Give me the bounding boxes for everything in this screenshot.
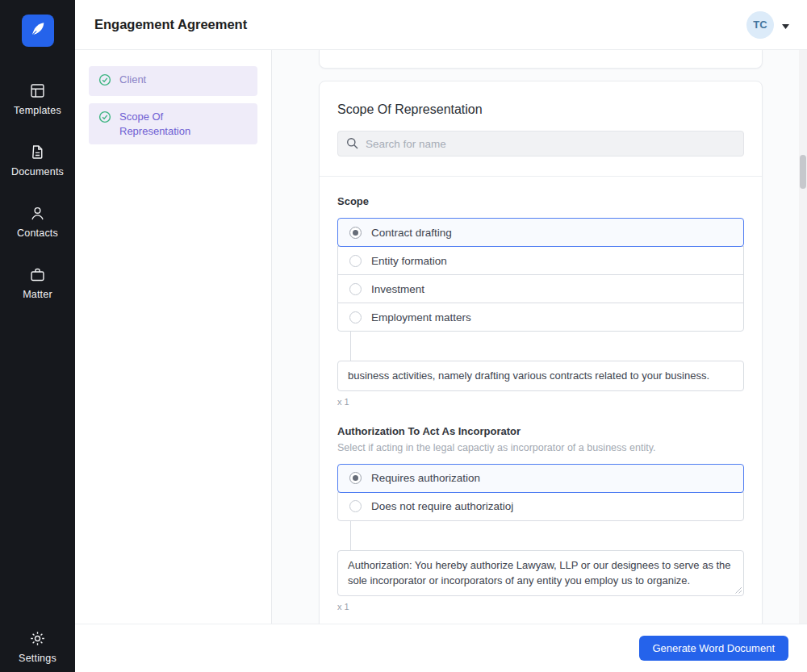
authorization-field-label: Authorization To Act As Incorporator <box>337 425 744 437</box>
sidebar-item-templates[interactable]: Templates <box>0 82 75 116</box>
authorization-help-text: Select if acting in the legal capactiy a… <box>337 442 744 453</box>
sidebar-item-label: Contacts <box>17 227 58 239</box>
radio-option-label: Requires authorization <box>371 472 480 484</box>
radio-option-requires-authorization[interactable]: Requires authorization <box>337 464 744 493</box>
sidebar-item-documents[interactable]: Documents <box>0 144 75 177</box>
generate-word-document-button[interactable]: Generate Word Document <box>639 636 789 661</box>
radio-option-employment-matters[interactable]: Employment matters <box>337 303 744 332</box>
user-menu[interactable]: TC <box>746 11 789 39</box>
settings-gear-icon <box>29 630 46 647</box>
radio-option-label: Investment <box>371 283 424 295</box>
step-client[interactable]: Client <box>89 66 257 96</box>
sidebar-item-settings[interactable]: Settings <box>0 630 75 664</box>
step-label: Scope Of Representation <box>119 110 208 138</box>
divider <box>320 176 762 177</box>
radio-option-contract-drafting[interactable]: Contract drafting <box>337 218 744 247</box>
radio-option-label: Does not require authorizatioj <box>371 500 513 512</box>
footer-bar: Generate Word Document <box>75 624 807 672</box>
step-scope-of-representation[interactable]: Scope Of Representation <box>89 103 257 144</box>
steps-panel: Client Scope Of Representation <box>75 50 272 624</box>
connector-line <box>350 521 351 550</box>
sidebar-item-matter[interactable]: Matter <box>0 266 75 300</box>
documents-icon <box>29 144 46 161</box>
authorization-radio-group: Requires authorization Does not require … <box>337 464 744 521</box>
scrollbar-thumb[interactable] <box>800 155 806 189</box>
radio-icon[interactable] <box>349 255 362 267</box>
radio-option-entity-formation[interactable]: Entity formation <box>337 246 744 275</box>
radio-option-label: Contract drafting <box>371 227 452 239</box>
radio-option-investment[interactable]: Investment <box>337 274 744 303</box>
search-field <box>337 131 744 157</box>
search-icon <box>346 137 358 152</box>
scope-field-label: Scope <box>337 195 744 207</box>
main-content: Scope Of Representation Scope Contract d… <box>272 50 807 672</box>
contacts-icon <box>29 205 46 222</box>
radio-icon[interactable] <box>349 283 362 295</box>
avatar[interactable]: TC <box>746 11 774 39</box>
scope-count: x 1 <box>337 397 744 407</box>
header: Engagement Agreement TC <box>75 0 807 50</box>
check-circle-icon <box>98 111 111 127</box>
radio-icon[interactable] <box>349 311 362 323</box>
page-title: Engagement Agreement <box>94 17 247 32</box>
chevron-down-icon <box>782 18 789 32</box>
authorization-output-textarea[interactable]: Authorization: You hereby authorize Lawy… <box>337 550 744 596</box>
scrollbar-track[interactable] <box>799 50 807 624</box>
sidebar-item-label: Documents <box>11 166 64 177</box>
radio-option-label: Entity formation <box>371 255 447 267</box>
radio-option-does-not-require-authorization[interactable]: Does not require authorizatioj <box>337 492 744 521</box>
scope-output-text: business activities, namely drafting var… <box>348 369 709 382</box>
authorization-output-text: Authorization: You hereby authorize Lawy… <box>348 559 731 587</box>
radio-option-label: Employment matters <box>371 311 471 323</box>
scope-radio-group: Contract drafting Entity formation Inves… <box>337 218 744 332</box>
step-label: Client <box>119 73 146 87</box>
sidebar-item-label: Settings <box>19 653 56 664</box>
sidebar-nav: Templates Documents Contacts <box>0 82 75 328</box>
connector-line <box>350 332 351 361</box>
sidebar-item-label: Templates <box>14 105 61 116</box>
search-input[interactable] <box>337 131 744 157</box>
radio-icon[interactable] <box>349 500 362 512</box>
check-circle-icon <box>98 73 111 90</box>
pen-logo-icon <box>29 20 47 41</box>
radio-checked-icon[interactable] <box>349 472 362 484</box>
matter-icon <box>29 266 46 283</box>
authorization-count: x 1 <box>337 602 744 611</box>
sidebar-item-contacts[interactable]: Contacts <box>0 205 75 239</box>
sidebar: Templates Documents Contacts <box>0 0 75 672</box>
templates-icon <box>29 82 46 99</box>
resize-handle[interactable] <box>734 586 742 594</box>
section-title: Scope Of Representation <box>337 102 744 117</box>
radio-checked-icon[interactable] <box>349 227 362 239</box>
scope-output-textarea[interactable]: business activities, namely drafting var… <box>337 361 744 391</box>
scope-of-representation-card: Scope Of Representation Scope Contract d… <box>319 81 763 672</box>
app-logo[interactable] <box>22 15 54 47</box>
previous-card-edge <box>319 50 763 69</box>
sidebar-item-label: Matter <box>23 289 52 300</box>
